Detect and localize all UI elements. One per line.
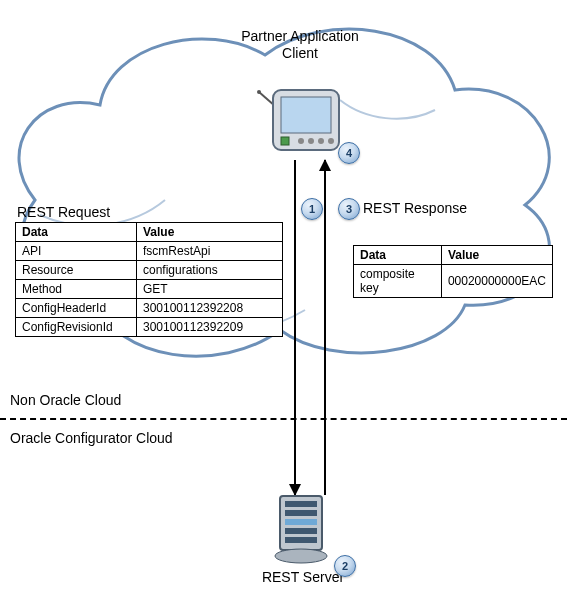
svg-rect-12 [285,519,317,525]
req-header-value: Value [137,223,283,242]
svg-rect-13 [285,528,317,534]
table-row: ConfigRevisionId 300100112392209 [16,318,283,337]
svg-point-5 [298,138,304,144]
rest-request-table: Data Value API fscmRestApi Resource conf… [15,222,283,337]
table-row: composite key 00020000000EAC [354,265,553,298]
region-non-oracle: Non Oracle Cloud [10,392,121,408]
region-divider [0,418,567,420]
svg-rect-11 [285,510,317,516]
req-header-data: Data [16,223,137,242]
table-row: Method GET [16,280,283,299]
step-2: 2 [334,555,356,577]
request-arrow [294,160,296,495]
server-title: REST Server [218,569,388,585]
svg-rect-10 [285,501,317,507]
rest-request-label: REST Request [17,204,110,220]
table-row: ConfigHeaderId 300100112392208 [16,299,283,318]
svg-rect-3 [281,97,331,133]
pda-icon [257,82,347,160]
svg-point-8 [328,138,334,144]
svg-rect-4 [281,137,289,145]
server-icon [272,492,330,566]
table-row: API fscmRestApi [16,242,283,261]
rest-response-table: Data Value composite key 00020000000EAC [353,245,553,298]
region-oracle-configurator: Oracle Configurator Cloud [10,430,173,446]
table-row: Resource configurations [16,261,283,280]
resp-header-value: Value [441,246,552,265]
step-3: 3 [338,198,360,220]
rest-response-label: REST Response [363,200,467,216]
svg-rect-14 [285,537,317,543]
svg-point-7 [318,138,324,144]
client-title: Partner ApplicationClient [170,28,430,62]
svg-point-15 [275,549,327,563]
svg-point-1 [257,90,261,94]
step-1: 1 [301,198,323,220]
client-title-text: Partner ApplicationClient [241,28,359,61]
svg-point-6 [308,138,314,144]
response-arrow [324,160,326,495]
resp-header-data: Data [354,246,442,265]
step-4: 4 [338,142,360,164]
